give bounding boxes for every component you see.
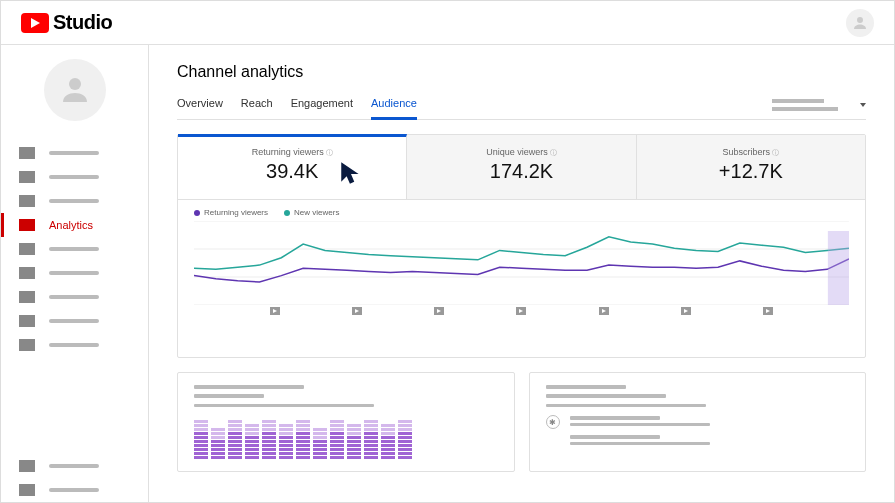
subtitles-icon bbox=[19, 267, 35, 279]
video-marker[interactable] bbox=[352, 307, 362, 315]
comments-icon bbox=[19, 243, 35, 255]
metric-label: Returning viewers bbox=[178, 147, 406, 158]
video-marker[interactable] bbox=[434, 307, 444, 315]
metric-label: Unique viewers bbox=[407, 147, 635, 158]
sidebar-item-dashboard[interactable] bbox=[1, 141, 148, 165]
metric-label: Subscribers bbox=[637, 147, 865, 158]
youtube-studio-logo[interactable]: Studio bbox=[21, 11, 112, 34]
cursor-icon bbox=[338, 159, 364, 187]
svg-rect-6 bbox=[828, 231, 849, 305]
customization-icon bbox=[19, 315, 35, 327]
audio-icon bbox=[19, 339, 35, 351]
tab-overview[interactable]: Overview bbox=[177, 91, 223, 119]
svg-point-0 bbox=[857, 17, 863, 23]
bug-icon: ✱ bbox=[546, 415, 560, 429]
chevron-down-icon bbox=[860, 103, 866, 107]
video-marker[interactable] bbox=[681, 307, 691, 315]
sidebar-item-feedback[interactable] bbox=[1, 478, 148, 502]
date-range-selector[interactable] bbox=[772, 99, 866, 119]
sidebar-item-label: Analytics bbox=[49, 219, 93, 231]
channel-list: ✱ bbox=[546, 415, 850, 448]
metric-tab-unique-viewers[interactable]: Unique viewers 174.2K bbox=[407, 135, 636, 199]
video-marker[interactable] bbox=[270, 307, 280, 315]
main-content: Channel analytics Overview Reach Engagem… bbox=[149, 45, 894, 502]
sidebar-item-content[interactable] bbox=[1, 165, 148, 189]
metric-value: +12.7K bbox=[637, 160, 865, 183]
video-marker[interactable] bbox=[516, 307, 526, 315]
person-icon bbox=[851, 14, 869, 32]
sidebar-item-audio[interactable] bbox=[1, 333, 148, 357]
playlists-icon bbox=[19, 195, 35, 207]
svg-point-1 bbox=[69, 78, 81, 90]
tab-engagement[interactable]: Engagement bbox=[291, 91, 353, 119]
youtube-play-icon bbox=[21, 13, 49, 33]
sidebar-item-analytics[interactable]: Analytics bbox=[1, 213, 148, 237]
watched-channels-card[interactable]: ✱ bbox=[529, 372, 867, 472]
app-name: Studio bbox=[53, 11, 112, 34]
chart-legend: Returning viewers New viewers bbox=[194, 208, 849, 217]
sidebar-item-customization[interactable] bbox=[1, 309, 148, 333]
monetization-icon bbox=[19, 291, 35, 303]
feedback-icon bbox=[19, 484, 35, 496]
timeline-markers bbox=[194, 307, 849, 315]
app-header: Studio bbox=[1, 1, 894, 45]
dashboard-icon bbox=[19, 147, 35, 159]
content-icon bbox=[19, 171, 35, 183]
metric-tab-subscribers[interactable]: Subscribers +12.7K bbox=[637, 135, 865, 199]
tab-reach[interactable]: Reach bbox=[241, 91, 273, 119]
analytics-icon bbox=[19, 219, 35, 231]
account-avatar[interactable] bbox=[846, 9, 874, 37]
metric-value: 39.4K bbox=[178, 160, 406, 183]
legend-dot bbox=[284, 210, 290, 216]
sidebar-item-settings[interactable] bbox=[1, 454, 148, 478]
watch-time-card[interactable] bbox=[177, 372, 515, 472]
sidebar-item-playlists[interactable] bbox=[1, 189, 148, 213]
legend-dot bbox=[194, 210, 200, 216]
sidebar-item-monetization[interactable] bbox=[1, 285, 148, 309]
page-title: Channel analytics bbox=[177, 63, 866, 81]
audience-chart-card: Returning viewers 39.4K Unique viewers 1… bbox=[177, 134, 866, 358]
video-marker[interactable] bbox=[763, 307, 773, 315]
schedule-heatmap bbox=[194, 415, 498, 459]
sidebar: Analytics bbox=[1, 45, 149, 502]
analytics-tabs: Overview Reach Engagement Audience bbox=[177, 91, 417, 119]
metric-value: 174.2K bbox=[407, 160, 635, 183]
tab-audience[interactable]: Audience bbox=[371, 91, 417, 119]
sidebar-item-comments[interactable] bbox=[1, 237, 148, 261]
person-icon bbox=[57, 72, 93, 108]
channel-avatar[interactable] bbox=[44, 59, 106, 121]
video-marker[interactable] bbox=[599, 307, 609, 315]
settings-icon bbox=[19, 460, 35, 472]
sidebar-item-subtitles[interactable] bbox=[1, 261, 148, 285]
metric-tab-returning-viewers[interactable]: Returning viewers 39.4K bbox=[178, 134, 407, 199]
line-chart[interactable] bbox=[194, 221, 849, 305]
